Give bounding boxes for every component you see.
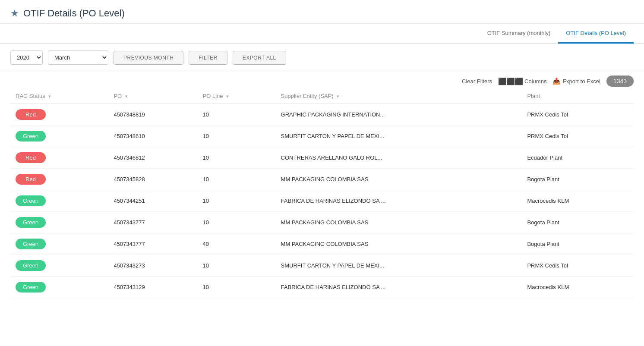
rag-status-cell: Red: [10, 147, 108, 169]
po-cell: 4507345828: [108, 169, 197, 190]
po-cell: 4507348610: [108, 126, 197, 147]
po-line-cell: 10: [198, 104, 276, 126]
table-row: Red 4507346812 10 CONTRERAS ARELLANO GAL…: [10, 147, 634, 169]
nav-tabs: OTIF Summary (monthly) OTIF Details (PO …: [0, 24, 644, 44]
table-row: Green 4507344251 10 FABRICA DE HARINAS E…: [10, 190, 634, 212]
col-header-po-line[interactable]: PO Line ▾: [198, 88, 276, 104]
table-row: Green 4507348610 10 SMURFIT CARTON Y PAP…: [10, 126, 634, 147]
plant-cell: Macrocedis KLM: [522, 277, 634, 298]
po-line-cell: 10: [198, 126, 276, 147]
po-line-cell: 10: [198, 255, 276, 277]
rag-badge: Green: [16, 282, 46, 293]
po-cell: 4507343129: [108, 277, 197, 298]
po-line-cell: 10: [198, 277, 276, 298]
table-row: Green 4507343129 10 FABRICA DE HARINAS E…: [10, 277, 634, 298]
export-excel-label: Export to Excel: [562, 78, 600, 85]
po-sort-icon: ▾: [125, 94, 128, 99]
plant-cell: PRMX Cedis Tol: [522, 255, 634, 277]
rag-status-cell: Green: [10, 212, 108, 233]
year-select[interactable]: 2019 2020 2021: [10, 50, 43, 65]
plant-cell: Bogota Plant: [522, 212, 634, 233]
tab-otif-details[interactable]: OTIF Details (PO Level): [558, 24, 634, 44]
plant-cell: PRMX Cedis Tol: [522, 104, 634, 126]
data-table: RAG Status ▾ PO ▾ PO Line ▾ Supplier Ent…: [10, 88, 634, 298]
supplier-entity-cell: MM PACKAGING COLOMBIA SAS: [276, 233, 522, 255]
plant-cell: PRMX Cedis Tol: [522, 126, 634, 147]
supplier-entity-cell: FABRICA DE HARINAS ELIZONDO SA ...: [276, 277, 522, 298]
table-row: Red 4507345828 10 MM PACKAGING COLOMBIA …: [10, 169, 634, 190]
plant-cell: Bogota Plant: [522, 233, 634, 255]
po-line-cell: 10: [198, 169, 276, 190]
po-line-cell: 40: [198, 233, 276, 255]
filter-button[interactable]: FILTER: [189, 51, 227, 65]
supplier-entity-cell: MM PACKAGING COLOMBIA SAS: [276, 212, 522, 233]
supplier-entity-cell: GRAPHIC PACKAGING INTERNATION...: [276, 104, 522, 126]
po-cell: 4507343777: [108, 233, 197, 255]
po-cell: 4507343777: [108, 212, 197, 233]
columns-icon: ⬛⬛⬛: [498, 77, 523, 85]
col-header-supplier-entity[interactable]: Supplier Entity (SAP) ▾: [276, 88, 522, 104]
supplier-entity-cell: CONTRERAS ARELLANO GALO ROL...: [276, 147, 522, 169]
po-line-cell: 10: [198, 147, 276, 169]
po-line-cell: 10: [198, 212, 276, 233]
supplier-entity-cell: SMURFIT CARTON Y PAPEL DE MEXI...: [276, 126, 522, 147]
po-cell: 4507343273: [108, 255, 197, 277]
table-row: Green 4507343777 10 MM PACKAGING COLOMBI…: [10, 212, 634, 233]
columns-label: Columns: [524, 78, 546, 85]
rag-badge: Red: [16, 152, 46, 163]
month-select[interactable]: January February March April May June Ju…: [48, 50, 108, 65]
supplier-entity-cell: FABRICA DE HARINAS ELIZONDO SA ...: [276, 190, 522, 212]
star-icon: ★: [10, 8, 19, 19]
record-count-badge: 1343: [606, 75, 634, 87]
rag-status-cell: Green: [10, 233, 108, 255]
rag-badge: Green: [16, 195, 46, 206]
rag-badge: Green: [16, 217, 46, 228]
plant-cell: Bogota Plant: [522, 169, 634, 190]
table-row: Red 4507348819 10 GRAPHIC PACKAGING INTE…: [10, 104, 634, 126]
tab-otif-summary[interactable]: OTIF Summary (monthly): [480, 24, 559, 44]
col-header-plant: Plant: [522, 88, 634, 104]
rag-badge: Green: [16, 260, 46, 271]
supplier-sort-icon: ▾: [337, 94, 339, 99]
po-cell: 4507346812: [108, 147, 197, 169]
rag-badge: Green: [16, 131, 46, 142]
rag-status-cell: Green: [10, 190, 108, 212]
plant-cell: Macrocedis KLM: [522, 190, 634, 212]
rag-status-sort-icon: ▾: [48, 94, 51, 99]
table-header-row: RAG Status ▾ PO ▾ PO Line ▾ Supplier Ent…: [10, 88, 634, 104]
export-all-button[interactable]: EXPORT ALL: [233, 51, 286, 65]
rag-status-cell: Green: [10, 255, 108, 277]
rag-status-cell: Green: [10, 126, 108, 147]
po-cell: 4507348819: [108, 104, 197, 126]
po-line-sort-icon: ▾: [226, 94, 229, 99]
supplier-entity-cell: SMURFIT CARTON Y PAPEL DE MEXI...: [276, 255, 522, 277]
rag-status-cell: Green: [10, 277, 108, 298]
col-header-po[interactable]: PO ▾: [108, 88, 197, 104]
data-table-wrapper: RAG Status ▾ PO ▾ PO Line ▾ Supplier Ent…: [0, 88, 644, 298]
rag-badge: Red: [16, 109, 46, 120]
export-excel-button[interactable]: 📤 Export to Excel: [552, 77, 600, 85]
columns-button[interactable]: ⬛⬛⬛ Columns: [498, 77, 546, 85]
col-header-rag-status[interactable]: RAG Status ▾: [10, 88, 108, 104]
rag-badge: Red: [16, 174, 46, 185]
rag-status-cell: Red: [10, 104, 108, 126]
table-row: Green 4507343273 10 SMURFIT CARTON Y PAP…: [10, 255, 634, 277]
po-line-cell: 10: [198, 190, 276, 212]
table-row: Green 4507343777 40 MM PACKAGING COLOMBI…: [10, 233, 634, 255]
po-cell: 4507344251: [108, 190, 197, 212]
prev-month-button[interactable]: PREVIOUS MONTH: [114, 51, 183, 65]
page-title: OTIF Details (PO Level): [23, 8, 125, 19]
clear-filters-button[interactable]: Clear Filters: [462, 78, 492, 85]
table-controls: Clear Filters ⬛⬛⬛ Columns 📤 Export to Ex…: [0, 72, 644, 88]
supplier-entity-cell: MM PACKAGING COLOMBIA SAS: [276, 169, 522, 190]
rag-badge: Green: [16, 239, 46, 249]
toolbar: 2019 2020 2021 January February March Ap…: [0, 44, 644, 72]
plant-cell: Ecuador Plant: [522, 147, 634, 169]
header-bar: ★ OTIF Details (PO Level): [0, 0, 644, 24]
export-icon: 📤: [552, 77, 561, 85]
rag-status-cell: Red: [10, 169, 108, 190]
